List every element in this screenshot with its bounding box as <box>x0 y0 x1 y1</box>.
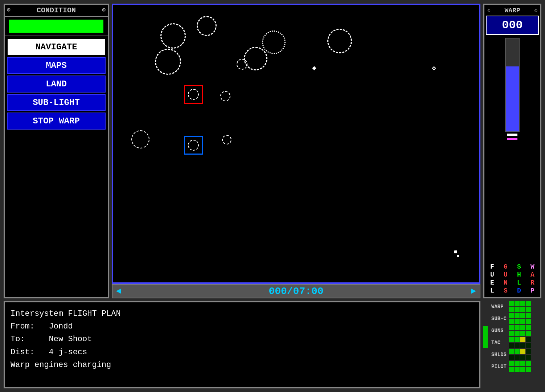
pd4 <box>526 361 531 366</box>
td3 <box>520 337 525 342</box>
msg-line4: Dist: 4 j-secs <box>11 348 87 357</box>
main-container: ⊙ CONDITION ⊙ NAVIGATE MAPS LAND SUB-LIG… <box>0 0 545 392</box>
nav-sub-light[interactable]: SUB-LIGHT <box>7 94 106 111</box>
fuel-bar <box>505 38 520 132</box>
shd8 <box>526 355 531 360</box>
sd2 <box>515 313 520 318</box>
left-panel: ⊙ CONDITION ⊙ NAVIGATE MAPS LAND SUB-LIG… <box>4 4 109 298</box>
status-right-panel: WARP SUB-C <box>483 301 541 388</box>
nav-menu: NAVIGATE MAPS LAND SUB-LIGHT STOP WARP <box>5 36 108 132</box>
status-grid: WARP SUB-C <box>491 301 531 372</box>
gd3 <box>520 325 525 330</box>
letter-s: S <box>513 263 525 270</box>
gd2 <box>515 325 520 330</box>
warp-status-row: WARP <box>491 301 531 312</box>
tac-status-row: TAC <box>491 337 531 348</box>
condition-header: ⊙ CONDITION ⊙ <box>5 5 108 17</box>
timer-arrow-right: ► <box>471 286 476 296</box>
warp-icon-left: ⊙ <box>487 8 490 14</box>
fuel-fill <box>506 66 519 131</box>
letter-s2: S <box>499 287 512 294</box>
guns-status-row: GUNS <box>491 325 531 336</box>
timer-display: 000/07:00 <box>269 286 323 297</box>
timer-arrow-left: ◄ <box>116 286 121 296</box>
message-text: Intersystem FLIGHT PLAN From: Jondd To: … <box>11 307 474 371</box>
shd6 <box>515 355 520 360</box>
condition-icon-right: ⊙ <box>102 6 106 13</box>
pd6 <box>515 367 520 372</box>
nav-navigate[interactable]: NAVIGATE <box>7 38 106 56</box>
wd2 <box>515 301 520 306</box>
letter-uh: U <box>499 271 512 278</box>
gd8 <box>526 331 531 336</box>
gd5 <box>509 331 514 336</box>
planet-7 <box>237 59 247 70</box>
guns-dots <box>509 325 531 336</box>
shd4 <box>526 349 531 354</box>
msg-line3: To: New Shoot <box>11 335 92 344</box>
nav-maps[interactable]: MAPS <box>7 57 106 74</box>
warp-header: ⊙ WARP ⊙ <box>486 6 539 15</box>
nav-land[interactable]: LAND <box>7 75 106 93</box>
msg-line5: Warp engines charging <box>11 360 111 369</box>
td8 <box>526 343 531 348</box>
pd8 <box>526 367 531 372</box>
planet-5 <box>244 47 267 70</box>
shd3 <box>520 349 525 354</box>
space-view <box>112 4 480 284</box>
td4 <box>526 337 531 342</box>
planet-8 <box>131 130 149 148</box>
wd3 <box>520 301 525 306</box>
gd4 <box>526 325 531 330</box>
nav-stop-warp[interactable]: STOP WARP <box>7 113 106 130</box>
guns-status-label: GUNS <box>491 328 507 334</box>
tac-dots <box>509 337 531 348</box>
wd7 <box>520 307 525 312</box>
warp-dots <box>509 301 531 312</box>
td2 <box>515 337 520 342</box>
fuel-indicator-2 <box>507 138 517 140</box>
pd7 <box>520 367 525 372</box>
msg-line2: From: Jondd <box>11 322 73 331</box>
letter-l2: L <box>486 287 499 294</box>
pd2 <box>515 361 520 366</box>
wd5 <box>509 307 514 312</box>
letter-u: U <box>486 271 499 278</box>
letter-w: W <box>526 263 539 270</box>
pd1 <box>509 361 514 366</box>
shd5 <box>509 355 514 360</box>
fuel-area <box>486 36 539 262</box>
sd5 <box>509 319 514 324</box>
center-panel: ◄ 000/07:00 ► <box>112 4 480 298</box>
pilot-dots <box>509 361 531 372</box>
tac-status-label: TAC <box>491 340 507 346</box>
right-panel: ⊙ WARP ⊙ 000 F G S W U U <box>483 4 541 298</box>
status-warp-row: WARP SUB-C <box>483 301 541 372</box>
planet-selected-blue <box>184 136 203 155</box>
letter-r: R <box>526 279 539 286</box>
fuel-indicator-1 <box>507 134 517 136</box>
gd1 <box>509 325 514 330</box>
bottom-area: Intersystem FLIGHT PLAN From: Jondd To: … <box>4 301 541 388</box>
gd7 <box>520 331 525 336</box>
condition-bar-container <box>5 17 108 36</box>
pilot-status-label: PILOT <box>491 364 507 369</box>
hull-bar <box>483 326 488 348</box>
wd6 <box>515 307 520 312</box>
wd1 <box>509 301 514 306</box>
diamond-dot-1 <box>312 66 316 70</box>
sd8 <box>526 319 531 324</box>
sd3 <box>520 313 525 318</box>
planet-3 <box>262 30 286 54</box>
subc-status-label: SUB-C <box>491 316 507 322</box>
condition-title: CONDITION <box>37 6 76 15</box>
sd6 <box>515 319 520 324</box>
timer-bar: ◄ 000/07:00 ► <box>112 284 480 298</box>
star-dot-1 <box>432 66 436 70</box>
subc-status-row: SUB-C <box>491 313 531 324</box>
planet-2 <box>197 16 217 36</box>
shd7 <box>520 355 525 360</box>
planet-selected-red <box>184 85 203 104</box>
planet-1 <box>160 23 186 49</box>
status-letters: F G S W U U H A E N L R L S D P <box>486 262 539 296</box>
